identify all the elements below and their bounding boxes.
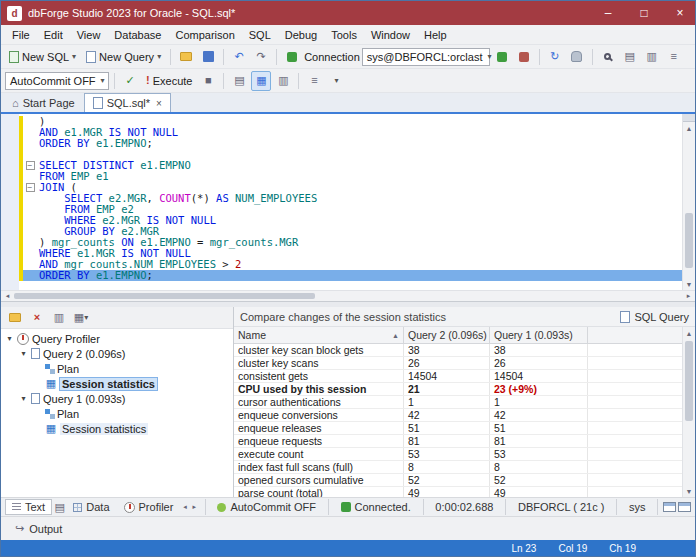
tab-output[interactable]: ↪ Output [7,521,70,537]
menu-item-help[interactable]: Help [417,26,454,44]
layout-vertical-button[interactable] [678,497,691,517]
tree-item-session-statistics[interactable]: ▦Session statistics [1,376,233,391]
tree-item-query-1-0-093s[interactable]: ▾Query 1 (0.093s) [1,391,233,406]
menu-item-sql[interactable]: SQL [242,26,278,44]
table-row[interactable]: cluster key scan block gets3838 [234,344,682,357]
column-header-name[interactable]: Name▲ [234,327,404,343]
editor-vertical-scrollbar[interactable]: ▲ ▼ [682,114,695,290]
tab-profiler[interactable]: Profiler [118,499,180,515]
redo-button[interactable]: ↷ [251,47,271,67]
view-dropdown-button[interactable]: ▦▾ [71,308,91,328]
minimize-button[interactable]: – [593,1,623,25]
compare-results-button[interactable]: ▥ [49,308,69,328]
new-connection-button[interactable] [282,47,302,67]
security-manager-button[interactable]: ▥ [642,47,662,67]
scroll-down-icon[interactable]: ▼ [683,278,696,290]
tab-text[interactable]: Text [5,499,52,515]
table-row[interactable]: enqueue requests8181 [234,435,682,448]
open-profiling-result-button[interactable] [5,308,25,328]
fold-collapse-icon[interactable]: − [26,183,35,192]
tab-data[interactable]: Data [67,499,115,515]
expander-icon[interactable]: ▾ [19,394,28,403]
query-plan-button[interactable]: ▤ [229,71,249,91]
open-file-button[interactable] [176,47,196,67]
chevron-down-icon[interactable]: ▾ [72,52,76,61]
new-query-button[interactable]: New Query ▾ [82,50,165,64]
toggle-layout-button[interactable]: ▤ [54,497,65,517]
table-row[interactable]: cursor authentications11 [234,396,682,409]
save-button[interactable] [198,47,218,67]
scroll-up-icon[interactable]: ▲ [683,122,696,134]
refresh-button[interactable]: ↻ [545,47,565,67]
commit-button[interactable]: ✓ [120,71,140,91]
tab-start-page[interactable]: ⌂ Start Page [3,93,84,112]
format-sql-button[interactable]: ≡ [304,71,324,91]
scroll-down-icon[interactable]: ▼ [683,485,696,497]
results-layout-button[interactable]: ▥ [273,71,293,91]
menu-item-tools[interactable]: Tools [324,26,364,44]
new-sql-button[interactable]: New SQL ▾ [5,50,80,64]
menu-item-window[interactable]: Window [364,26,417,44]
menu-item-database[interactable]: Database [107,26,168,44]
tree-item-query-profiler[interactable]: ▾Query Profiler [1,331,233,346]
autocommit-combobox[interactable]: AutoCommit OFF ▾ [5,72,109,90]
database-explorer-button[interactable] [567,47,587,67]
code-line[interactable]: ORDER BY e1.EMPNO; [1,270,682,281]
scroll-right-icon[interactable]: ▸ [682,291,695,302]
delete-result-button[interactable]: × [27,308,47,328]
connection-combobox[interactable]: sys@DBFORCL:orclast ▾ [362,48,490,66]
column-header-query-1-0-093s[interactable]: Query 1 (0.093s) [490,327,588,343]
session-manager-button[interactable]: ▤ [620,47,640,67]
table-row[interactable]: enqueue conversions4242 [234,409,682,422]
tab-close-icon[interactable]: × [156,98,162,109]
menu-item-file[interactable]: File [5,26,37,44]
query-profiler-toggle[interactable]: ▦ [251,71,271,91]
table-row[interactable]: enqueue releases5151 [234,422,682,435]
close-button[interactable]: × [665,1,695,25]
options-dropdown-button[interactable]: ▾ [326,71,346,91]
expander-icon[interactable]: ▾ [5,334,14,343]
tree-item-session-statistics[interactable]: ▦Session statistics [1,421,233,436]
table-row[interactable]: execute count5353 [234,448,682,461]
table-row[interactable]: cluster key scans2626 [234,357,682,370]
table-row[interactable]: index fast full scans (full)88 [234,461,682,474]
code-line[interactable]: FROM EMP e1 [1,171,682,182]
undo-button[interactable]: ↶ [229,47,249,67]
tree-item-plan[interactable]: Plan [1,406,233,421]
tab-scroll-right-icon[interactable]: ▸ [191,502,198,513]
layout-horizontal-button[interactable] [663,497,676,517]
column-header-query-2-0-096s[interactable]: Query 2 (0.096s) [404,327,490,343]
menu-item-comparison[interactable]: Comparison [168,26,241,44]
editor-horizontal-scrollbar[interactable]: ◂ ▸ [1,290,695,301]
code-line[interactable]: ORDER BY e1.EMPNO; [1,138,682,149]
fold-collapse-icon[interactable]: − [26,161,35,170]
export-button[interactable]: ≡ [664,47,684,67]
maximize-button[interactable]: □ [629,1,659,25]
scrollbar-thumb[interactable] [685,213,693,268]
table-row[interactable]: parse count (total)4949 [234,487,682,497]
expander-icon[interactable]: ▾ [19,349,28,358]
splitter-handle[interactable] [683,114,696,122]
chevron-down-icon[interactable]: ▾ [157,52,161,61]
code-area[interactable]: )AND e1.MGR IS NOT NULLORDER BY e1.EMPNO… [1,114,682,290]
table-row[interactable]: opened cursors cumulative5252 [234,474,682,487]
menu-item-edit[interactable]: Edit [37,26,70,44]
grid-vertical-scrollbar[interactable]: ▲ ▼ [682,327,695,497]
table-row[interactable]: consistent gets1450414504 [234,370,682,383]
find-button[interactable] [598,47,618,67]
scrollbar-thumb[interactable] [14,293,315,299]
tab-scroll-left-icon[interactable]: ◂ [181,502,188,513]
disconnect-button[interactable] [514,47,534,67]
stop-button[interactable]: ■ [198,71,218,91]
scroll-left-icon[interactable]: ◂ [1,291,14,302]
scroll-up-icon[interactable]: ▲ [683,327,696,339]
table-row[interactable]: CPU used by this session2123 (+9%) [234,383,682,396]
tree-item-query-2-0-096s[interactable]: ▾Query 2 (0.096s) [1,346,233,361]
sql-query-button[interactable]: SQL Query [620,311,689,323]
tab-sql-file[interactable]: SQL.sql* × [84,93,171,112]
menu-item-view[interactable]: View [70,26,108,44]
scrollbar-thumb[interactable] [685,341,693,421]
tree-item-plan[interactable]: Plan [1,361,233,376]
menu-item-debug[interactable]: Debug [278,26,324,44]
connect-button[interactable] [492,47,512,67]
